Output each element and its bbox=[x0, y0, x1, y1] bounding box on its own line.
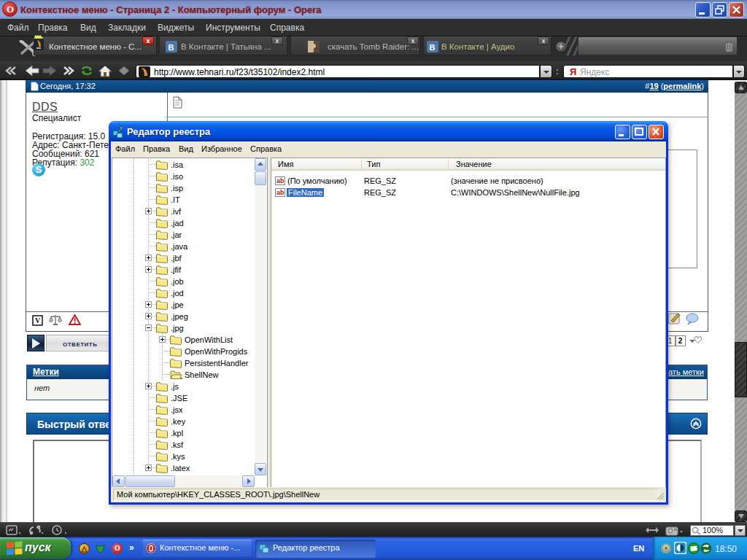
svg-text:B: B bbox=[169, 43, 174, 52]
svg-text:ab: ab bbox=[276, 177, 285, 184]
svg-text:V: V bbox=[35, 316, 41, 324]
svg-text:ab: ab bbox=[276, 189, 285, 196]
svg-text:B: B bbox=[430, 43, 436, 52]
